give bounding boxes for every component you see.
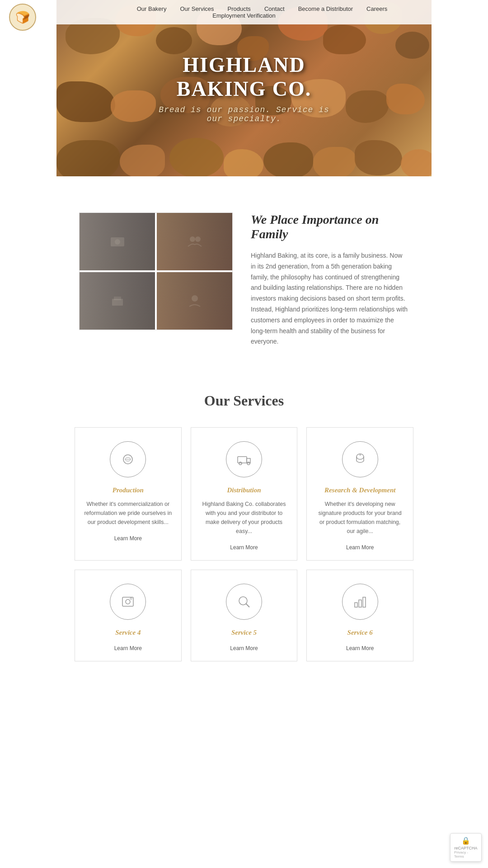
service-desc-distribution: Highland Baking Co. collaborates with yo… xyxy=(200,500,288,536)
hero-title: Highland Baking Co. xyxy=(150,53,338,101)
services-grid: Production Whether it's commercializatio… xyxy=(75,427,413,661)
nav-link-become-distributor[interactable]: Become a Distributor xyxy=(298,5,353,12)
nav-link-contact[interactable]: Contact xyxy=(264,5,285,12)
svg-rect-10 xyxy=(238,457,247,463)
about-heading: We Place Importance on Family xyxy=(251,212,409,241)
services-section: Our Services Production Whether it's com… xyxy=(56,374,432,689)
service-card-production: Production Whether it's commercializatio… xyxy=(75,427,182,561)
distribution-icon xyxy=(226,441,262,477)
service-title-4: Service 4 xyxy=(84,629,172,637)
service-title-5: Service 5 xyxy=(200,629,288,637)
service-card-distribution: Distribution Highland Baking Co. collabo… xyxy=(191,427,298,561)
service-desc-rd: Whether it's developing new signature pr… xyxy=(316,500,404,536)
learn-more-rd[interactable]: Learn More xyxy=(346,544,374,551)
service5-icon xyxy=(226,584,262,620)
about-text-block: We Place Importance on Family Highland B… xyxy=(251,212,409,347)
svg-point-3 xyxy=(195,236,201,242)
service-title-6: Service 6 xyxy=(316,629,404,637)
nav-link-products[interactable]: Products xyxy=(228,5,251,12)
factory-image-1 xyxy=(80,213,155,270)
svg-rect-4 xyxy=(112,299,123,306)
workers-image-2 xyxy=(157,272,232,330)
nav-link-employment-verification[interactable]: Employment Verification xyxy=(212,12,275,19)
svg-point-1 xyxy=(115,239,120,245)
navigation: 🍞 Our Bakery Our Services Products Conta… xyxy=(56,0,432,24)
svg-point-12 xyxy=(247,462,250,465)
svg-rect-22 xyxy=(355,603,357,607)
service-card-5: Service 5 Learn More xyxy=(191,570,298,661)
nav-link-our-services[interactable]: Our Services xyxy=(180,5,214,12)
svg-rect-17 xyxy=(122,597,133,606)
hero-section: Highland Baking Co. Bread is our passion… xyxy=(56,0,432,176)
nav-link-careers[interactable]: Careers xyxy=(366,5,387,12)
learn-more-5[interactable]: Learn More xyxy=(230,645,258,651)
service-title-rd: Research & Development xyxy=(316,486,404,494)
service-title-distribution: Distribution xyxy=(200,486,288,494)
svg-point-6 xyxy=(192,295,198,302)
factory-image-2 xyxy=(80,272,155,330)
hero-subtitle: Bread is our passion. Service is our spe… xyxy=(150,105,338,123)
services-title: Our Services xyxy=(75,392,413,409)
svg-point-2 xyxy=(190,236,195,242)
nav-row-1: Our Bakery Our Services Products Contact… xyxy=(56,5,432,12)
service-card-4: Service 4 Learn More xyxy=(75,570,182,661)
svg-rect-0 xyxy=(111,237,124,246)
production-icon xyxy=(110,441,146,477)
service4-icon xyxy=(110,584,146,620)
learn-more-distribution[interactable]: Learn More xyxy=(230,544,258,551)
learn-more-4[interactable]: Learn More xyxy=(114,645,142,651)
svg-rect-23 xyxy=(359,600,361,607)
learn-more-production[interactable]: Learn More xyxy=(114,535,142,542)
about-image-grid xyxy=(79,212,233,330)
service-title-production: Production xyxy=(84,486,172,494)
service-card-6: Service 6 Learn More xyxy=(306,570,413,661)
svg-point-11 xyxy=(239,462,242,465)
rd-icon xyxy=(342,441,378,477)
nav-row-2: Employment Verification xyxy=(56,12,432,19)
service-card-rd: Research & Development Whether it's deve… xyxy=(306,427,413,561)
nav-link-our-bakery[interactable]: Our Bakery xyxy=(137,5,167,12)
service-desc-production: Whether it's commercialization or reform… xyxy=(84,500,172,527)
svg-point-18 xyxy=(126,599,130,604)
workers-image-1 xyxy=(157,213,232,270)
service6-icon xyxy=(342,584,378,620)
svg-point-19 xyxy=(130,598,132,599)
svg-line-21 xyxy=(246,604,249,607)
svg-rect-24 xyxy=(363,597,366,607)
hero-content: Highland Baking Co. Bread is our passion… xyxy=(150,53,338,123)
about-body: Highland Baking, at its core, is a famil… xyxy=(251,250,409,347)
svg-rect-5 xyxy=(114,297,121,300)
about-section: We Place Importance on Family Highland B… xyxy=(56,185,432,374)
learn-more-6[interactable]: Learn More xyxy=(346,645,374,651)
